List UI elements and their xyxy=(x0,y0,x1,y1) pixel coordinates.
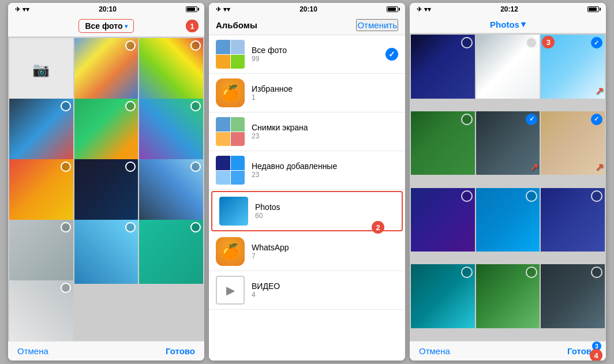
screen1-left-icons: ✈ ▾▾ xyxy=(15,6,29,13)
album-info: WhatsApp 7 xyxy=(252,243,398,260)
airplane-icon: ✈ xyxy=(15,6,20,13)
selection-circle xyxy=(125,162,136,172)
photo-sel-cell[interactable]: ↗ xyxy=(476,111,540,175)
album-name: Все фото xyxy=(252,46,385,55)
album-count: 23 xyxy=(252,132,398,140)
photo-cell[interactable] xyxy=(74,159,138,223)
album-info: Снимки экрана 23 xyxy=(252,123,398,140)
photo-sel-cell[interactable] xyxy=(411,111,475,175)
album-info: Недавно добавленные 23 xyxy=(252,162,398,179)
arrow-icon: ↗ xyxy=(595,161,604,174)
selection-circle xyxy=(61,283,71,293)
photo-cell[interactable] xyxy=(9,220,73,284)
selection-circle xyxy=(190,222,201,232)
screen3-right-icons xyxy=(587,6,599,12)
album-name: Недавно добавленные xyxy=(252,162,398,171)
album-item-recent[interactable]: Недавно добавленные 23 xyxy=(209,151,405,190)
chevron-down-icon: ▾ xyxy=(125,23,128,29)
battery-icon xyxy=(387,6,398,12)
album-info: Все фото 99 xyxy=(252,46,385,63)
cancel-button[interactable]: Отмена xyxy=(17,346,48,356)
screen2-left-icons: ✈ ▾▾ xyxy=(216,6,230,13)
albums-title: Альбомы xyxy=(216,20,257,30)
photo-cell[interactable] xyxy=(74,99,138,163)
photo-sel-cell[interactable] xyxy=(411,35,475,99)
album-thumb-whatsapp: 🍊 xyxy=(216,237,245,266)
selection-circle xyxy=(526,267,537,278)
screen1: ✈ ▾▾ 20:10 Все фото ▾ 1 📷 xyxy=(8,3,204,361)
album-count: 99 xyxy=(252,55,385,63)
screen1-photo-grid: 📷 xyxy=(8,37,204,341)
photo-cell[interactable] xyxy=(9,280,73,341)
done-button[interactable]: Готово xyxy=(166,346,195,356)
selection-circle xyxy=(125,222,136,232)
photo-cell[interactable] xyxy=(9,159,73,223)
photo-sel-cell[interactable] xyxy=(411,264,475,328)
chevron-down-icon: ▾ xyxy=(521,19,526,29)
albums-list: Все фото 99 ✓ 🍊 Избранное 1 xyxy=(209,35,405,361)
selection-circle-checked xyxy=(591,114,602,125)
photos-dropdown[interactable]: Photos ▾ xyxy=(490,19,526,29)
done-btn-container: Готово 3 4 xyxy=(567,346,597,356)
all-photos-dropdown[interactable]: Все фото ▾ xyxy=(78,19,133,33)
album-thumb-video: ▶ xyxy=(216,276,245,305)
photo-cell[interactable] xyxy=(9,99,73,163)
album-item-whatsapp[interactable]: 🍊 WhatsApp 7 xyxy=(209,232,405,271)
selection-circle xyxy=(461,267,473,278)
album-item-favorites[interactable]: 🍊 Избранное 1 xyxy=(209,74,405,112)
selection-circle xyxy=(125,101,136,111)
camera-cell[interactable]: 📷 xyxy=(9,38,73,102)
album-item-photos[interactable]: Photos 60 2 xyxy=(211,191,403,231)
album-name: ВИДЕО xyxy=(252,282,398,291)
photo-cell[interactable] xyxy=(74,220,138,284)
check-blue-icon: ✓ xyxy=(385,48,398,61)
screen1-footer: Отмена Готово xyxy=(8,341,204,361)
arrow-icon: ↗ xyxy=(530,161,538,174)
photo-sel-cell[interactable] xyxy=(411,188,475,252)
album-thumb-screenshots xyxy=(216,117,245,146)
selection-circle xyxy=(61,222,71,232)
photo-cell[interactable] xyxy=(74,38,138,102)
screen1-nav: Все фото ▾ 1 xyxy=(8,16,204,37)
photo-cell[interactable] xyxy=(139,159,203,223)
photo-sel-cell[interactable] xyxy=(541,264,605,328)
screen3-photo-grid: ↗ 3 ↗ ↗ xyxy=(410,33,606,341)
photo-sel-cell[interactable] xyxy=(541,188,605,252)
album-item-all[interactable]: Все фото 99 ✓ xyxy=(209,35,405,74)
album-name: Снимки экрана xyxy=(252,123,398,132)
photo-cell[interactable] xyxy=(139,38,203,102)
photo-sel-cell[interactable] xyxy=(476,264,540,328)
album-thumb-all xyxy=(216,40,245,69)
cancel-button[interactable]: Отменить xyxy=(356,19,398,31)
arrow-icon-3: ↗ xyxy=(595,85,604,97)
album-count: 7 xyxy=(252,252,398,260)
album-item-screenshots[interactable]: Снимки экрана 23 xyxy=(209,112,405,151)
screen2: ✈ ▾▾ 20:10 Альбомы Отменить xyxy=(209,3,405,361)
cancel-button[interactable]: Отмена xyxy=(419,346,450,356)
screen3: ✈ ▾▾ 20:12 Photos ▾ xyxy=(410,3,606,361)
album-item-video[interactable]: ▶ ВИДЕО 4 xyxy=(209,271,405,310)
album-name: Photos xyxy=(255,202,395,212)
photo-sel-cell[interactable] xyxy=(476,188,540,252)
album-count: 4 xyxy=(252,291,398,299)
photo-sel-cell[interactable]: ↗ xyxy=(541,111,605,175)
photo-cell[interactable] xyxy=(139,220,203,284)
album-name: WhatsApp xyxy=(252,243,398,252)
selection-circle xyxy=(461,114,473,125)
selection-circle xyxy=(190,162,201,172)
all-photos-label: Все фото xyxy=(85,21,122,31)
selection-circle xyxy=(591,190,602,202)
orange-icon: 🍊 xyxy=(216,78,245,107)
selection-circle xyxy=(461,37,473,48)
video-icon: ▶ xyxy=(216,276,245,305)
selection-circle-checked xyxy=(526,114,537,125)
photos-label: Photos xyxy=(490,20,519,29)
screen1-right-icons xyxy=(186,6,197,12)
photo-cell[interactable] xyxy=(139,99,203,163)
photo-sel-cell[interactable]: ↗ 3 xyxy=(541,35,605,99)
screen3-time: 20:12 xyxy=(500,5,518,13)
photo-sel-cell[interactable] xyxy=(476,35,540,99)
album-name: Избранное xyxy=(252,84,398,93)
album-count: 1 xyxy=(252,93,398,102)
screen1-time: 20:10 xyxy=(99,5,117,13)
